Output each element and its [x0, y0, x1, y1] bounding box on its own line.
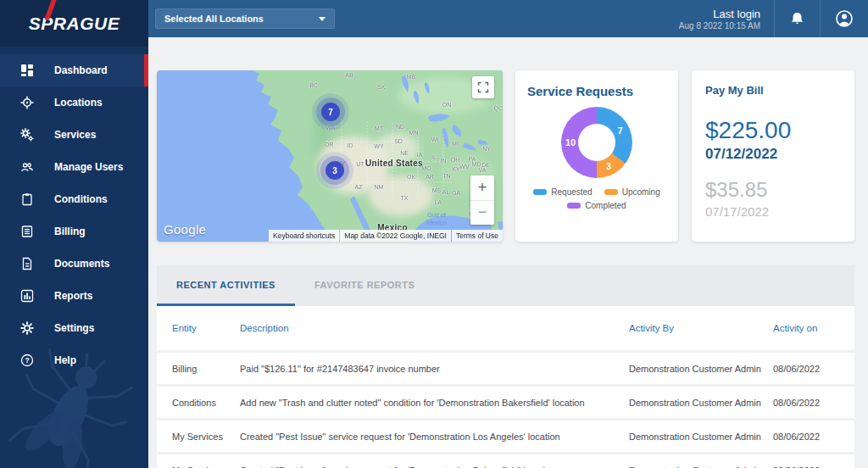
sidebar-nav: DashboardLocationsServicesManage UsersCo…: [0, 47, 148, 376]
map-region-label: NY: [482, 146, 491, 152]
service-requests-donut-chart: 7310: [561, 107, 632, 178]
map-region-label: UT: [356, 161, 364, 167]
topbar-right: Last login Aug 8 2022 10:15 AM: [665, 0, 868, 37]
sidebar-item-documents[interactable]: Documents: [0, 248, 148, 280]
map-region-label: OR: [325, 142, 334, 148]
map-region-label: NE: [400, 150, 409, 156]
map-region-label: QC: [494, 105, 503, 111]
column-header-description: Description: [240, 323, 629, 333]
map-region-label: TX: [401, 195, 409, 201]
location-target-icon: [20, 96, 34, 109]
tab-recent-activities[interactable]: RECENT ACTIVITIES: [157, 265, 295, 306]
sidebar-item-services[interactable]: Services: [0, 119, 148, 151]
sidebar-item-manage-users[interactable]: Manage Users: [0, 151, 148, 183]
map-region-label: LA: [435, 199, 442, 205]
map-region-label: SD: [394, 138, 403, 144]
cell-entity: Billing: [172, 364, 240, 374]
map-region-label: MT: [375, 125, 383, 131]
map-region-label: IA: [417, 152, 423, 158]
user-account-button[interactable]: [820, 0, 868, 37]
map-region-label: AZ: [355, 184, 363, 190]
map-region-label: MB: [407, 74, 416, 80]
activities-table-header: EntityDescriptionActivity ByActivity on: [157, 306, 854, 350]
locations-map[interactable]: ABMBBCSKONQCWAMTNDMNSDWIMINYORIDWYNEIAIL…: [157, 70, 503, 242]
google-logo[interactable]: Google: [164, 222, 206, 237]
cell-entity: My Services: [172, 465, 240, 468]
activity-row: My ServicesCreated "Pest Issue" service …: [157, 421, 854, 452]
map-region-label: NM: [375, 184, 384, 190]
sidebar-item-label: Reports: [54, 290, 92, 302]
location-selector-dropdown[interactable]: Selected All Locations: [155, 8, 335, 29]
people-icon: [20, 160, 34, 174]
cell-entity: My Services: [172, 432, 240, 442]
brand-logo[interactable]: SPRAGUE: [0, 0, 148, 47]
map-region-label: MI: [452, 141, 459, 147]
sidebar-item-dashboard[interactable]: Dashboard: [0, 54, 148, 86]
map-region-label: SK: [377, 84, 385, 90]
fly-watermark-icon: [8, 330, 136, 468]
map-region-label: OK: [407, 174, 415, 180]
map-region-label: AR: [426, 174, 434, 180]
map-attribution: Keyboard shortcuts Map data ©2022 Google…: [268, 230, 503, 242]
last-login-value: Aug 8 2022 10:15 AM: [679, 21, 760, 31]
map-water-label: Gulf of Mexico: [422, 212, 451, 226]
bell-icon: [789, 11, 805, 27]
sidebar-item-reports[interactable]: Reports: [0, 280, 148, 312]
bar-chart-icon: [20, 289, 34, 303]
cell-activity-on: 08/06/2022: [773, 398, 839, 408]
map-region-label: VA: [479, 167, 487, 173]
sidebar-item-locations[interactable]: Locations: [0, 86, 148, 119]
map-zoom-in-button[interactable]: +: [470, 176, 494, 200]
column-header-entity: Entity: [172, 323, 240, 333]
chevron-down-icon: [319, 17, 326, 21]
donut-hole: [578, 124, 615, 161]
cell-activity-on: 08/06/2022: [773, 364, 839, 374]
activity-row: My ServicesCreated "Pest Issue" service …: [157, 454, 854, 468]
tab-favorite-reports[interactable]: FAVORITE REPORTS: [295, 265, 434, 306]
notifications-button[interactable]: [774, 0, 820, 37]
legend-item-requested[interactable]: Requested: [533, 187, 592, 197]
keyboard-shortcuts-link[interactable]: Keyboard shortcuts: [269, 230, 339, 242]
map-country-label: United States: [365, 159, 423, 168]
sidebar: SPRAGUE DashboardLocationsServicesManage…: [0, 0, 148, 468]
map-region-label: ID: [348, 142, 353, 148]
map-data-text: Map data ©2022 Google, INEGI: [340, 230, 451, 242]
legend-swatch: [533, 189, 547, 195]
map-cluster-marker[interactable]: 3: [326, 161, 344, 180]
legend-label: Requested: [551, 187, 592, 197]
map-region-label: MN: [409, 130, 419, 136]
cell-entity: Conditions: [172, 398, 240, 408]
cell-description: Paid "$126.11" for #2147483647 invoice n…: [240, 364, 629, 374]
terms-of-use-link[interactable]: Terms of Use: [452, 230, 503, 242]
cell-activity-by: Demonstration Customer Admin: [629, 364, 773, 374]
gears-icon: [20, 128, 34, 142]
map-region-label: MD: [472, 161, 481, 167]
map-region-label: WI: [431, 136, 439, 142]
cell-description: Add new "Trash and clutter noted" condit…: [240, 398, 629, 408]
sidebar-item-billing[interactable]: Billing: [0, 215, 148, 248]
map-zoom-out-button[interactable]: −: [470, 200, 494, 226]
cell-activity-on: 08/06/2022: [773, 465, 839, 468]
activity-row: BillingPaid "$126.11" for #2147483647 in…: [157, 353, 854, 384]
column-header-activity-on: Activity on: [773, 323, 839, 333]
service-requests-card: Service Requests 7310 RequestedUpcomingC…: [515, 70, 678, 242]
map-region-label: OH: [451, 157, 460, 163]
past-bill-amount: $35.85: [705, 178, 841, 202]
legend-item-completed[interactable]: Completed: [567, 201, 626, 210]
map-fullscreen-button[interactable]: [472, 76, 494, 98]
map-region-label: MS: [432, 187, 442, 193]
legend-item-upcoming[interactable]: Upcoming: [604, 187, 660, 197]
dashboard-grid-icon: [20, 64, 34, 77]
clipboard-icon: [20, 192, 34, 206]
cell-activity-on: 08/06/2022: [773, 432, 839, 442]
user-avatar-icon: [835, 9, 854, 28]
map-region-label: AL: [442, 189, 450, 195]
sidebar-item-label: Dashboard: [54, 64, 108, 76]
last-login-block: Last login Aug 8 2022 10:15 AM: [665, 0, 774, 37]
map-region-label: WA: [326, 125, 335, 131]
map-region-label: AB: [345, 72, 353, 78]
map-cluster-marker[interactable]: 7: [321, 103, 340, 121]
sidebar-item-label: Manage Users: [54, 161, 123, 173]
legend-swatch: [604, 189, 618, 195]
sidebar-item-conditions[interactable]: Conditions: [0, 183, 148, 215]
